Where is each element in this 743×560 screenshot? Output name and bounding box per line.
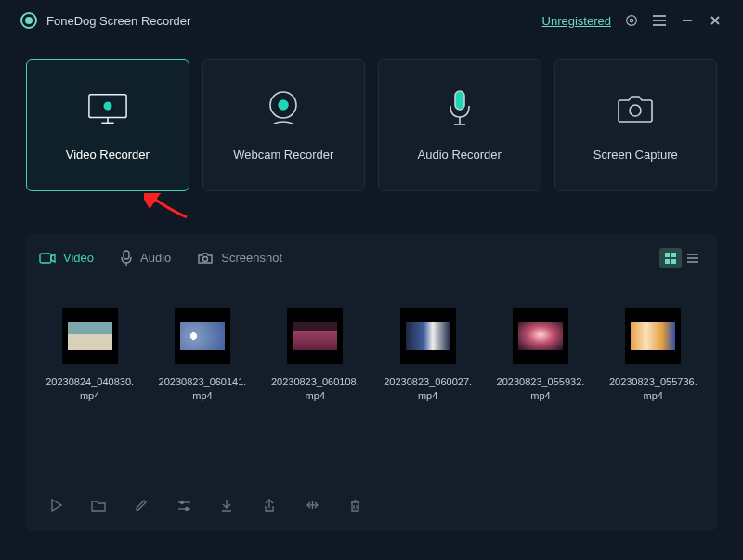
camera-icon <box>615 90 656 127</box>
feature-label: Screen Capture <box>593 148 678 162</box>
svg-rect-20 <box>40 254 51 263</box>
recording-item[interactable]: 20230823_055932.mp4 <box>495 308 585 488</box>
thumbnail <box>400 308 456 364</box>
settings-gear-icon[interactable] <box>624 13 639 28</box>
feature-webcam-recorder[interactable]: Webcam Recorder <box>202 59 366 191</box>
recording-item[interactable]: 20230823_060027.mp4 <box>383 308 473 488</box>
tab-screenshot[interactable]: Screenshot <box>197 251 282 265</box>
minimize-button[interactable] <box>680 13 695 28</box>
svg-point-11 <box>102 100 112 111</box>
library-toolbar <box>39 488 704 518</box>
tab-video[interactable]: Video <box>39 251 94 265</box>
app-logo-icon <box>20 12 37 29</box>
file-name: 20230823_060108.mp4 <box>270 375 360 404</box>
menu-icon[interactable] <box>652 13 667 28</box>
svg-point-35 <box>185 507 188 510</box>
app-title: FoneDog Screen Recorder <box>46 14 190 28</box>
thumbnail <box>513 308 568 364</box>
list-view-button[interactable] <box>682 248 704 268</box>
feature-label: Webcam Recorder <box>233 148 333 162</box>
titlebar-left: FoneDog Screen Recorder <box>20 12 190 29</box>
folder-button[interactable] <box>89 496 108 514</box>
microphone-icon <box>439 90 480 127</box>
recording-item[interactable]: 20230823_055736.mp4 <box>608 308 698 488</box>
view-toggle <box>659 248 704 268</box>
monitor-record-icon <box>87 90 128 127</box>
edit-button[interactable] <box>132 496 150 514</box>
svg-point-18 <box>630 105 641 116</box>
file-name: 20230823_055736.mp4 <box>608 375 698 404</box>
download-button[interactable] <box>217 496 236 514</box>
tab-label: Video <box>63 251 94 265</box>
registration-status-link[interactable]: Unregistered <box>542 14 611 28</box>
feature-video-recorder[interactable]: Video Recorder <box>26 59 189 191</box>
svg-rect-25 <box>671 253 676 257</box>
grid-view-button[interactable] <box>659 248 682 268</box>
mic-icon <box>120 250 133 267</box>
thumbnail <box>62 308 118 364</box>
video-icon <box>39 252 56 265</box>
thumbnail <box>287 308 343 364</box>
file-name: 20230823_060027.mp4 <box>383 375 473 404</box>
feature-screen-capture[interactable]: Screen Capture <box>554 59 718 191</box>
svg-marker-31 <box>52 500 61 511</box>
sliders-button[interactable] <box>175 496 193 514</box>
recording-item[interactable]: 20230823_060108.mp4 <box>270 308 360 488</box>
svg-point-13 <box>277 98 290 111</box>
svg-point-23 <box>203 256 208 261</box>
tab-label: Screenshot <box>221 251 282 265</box>
close-button[interactable] <box>708 13 723 28</box>
file-name: 20230823_060141.mp4 <box>157 375 247 404</box>
titlebar: FoneDog Screen Recorder Unregistered <box>0 0 743 41</box>
recording-item[interactable]: 20230823_060141.mp4 <box>157 308 247 488</box>
file-name: 20230823_055932.mp4 <box>495 375 585 404</box>
play-button[interactable] <box>46 496 65 514</box>
export-button[interactable] <box>260 496 279 514</box>
delete-button[interactable] <box>345 496 364 514</box>
file-name: 20230824_040830.mp4 <box>45 375 135 404</box>
feature-cards: Video Recorder Webcam Recorder Audio Rec… <box>0 41 743 201</box>
svg-rect-24 <box>665 253 670 257</box>
thumbnail <box>175 308 230 364</box>
titlebar-right: Unregistered <box>542 13 723 28</box>
svg-point-0 <box>627 16 637 26</box>
svg-rect-27 <box>671 259 676 264</box>
tab-audio[interactable]: Audio <box>120 250 171 267</box>
cut-button[interactable] <box>303 496 321 514</box>
feature-label: Audio Recorder <box>418 148 502 162</box>
svg-rect-21 <box>124 251 129 259</box>
tab-label: Audio <box>140 251 171 265</box>
thumbnail <box>625 308 681 364</box>
recording-item[interactable]: 20230824_040830.mp4 <box>45 308 135 488</box>
svg-point-1 <box>630 19 632 21</box>
webcam-icon <box>263 90 304 127</box>
camera-icon <box>197 252 214 265</box>
feature-label: Video Recorder <box>66 148 150 162</box>
recordings-library: Video Audio Screenshot 20230824_040830.m… <box>26 234 717 531</box>
svg-point-34 <box>180 501 183 503</box>
svg-rect-14 <box>455 91 464 110</box>
recordings-grid: 20230824_040830.mp4 20230823_060141.mp4 … <box>39 282 704 488</box>
feature-audio-recorder[interactable]: Audio Recorder <box>378 59 541 191</box>
svg-rect-26 <box>665 259 670 264</box>
library-tabs: Video Audio Screenshot <box>39 234 704 282</box>
